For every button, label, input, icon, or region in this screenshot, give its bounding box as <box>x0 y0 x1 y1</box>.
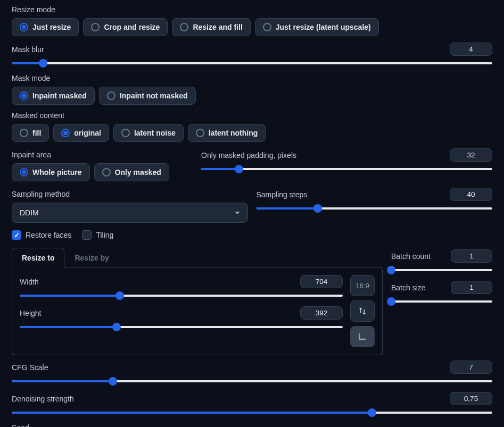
masked-content-label: Masked content <box>12 111 492 120</box>
batch-count-slider[interactable] <box>391 266 492 274</box>
radio-icon <box>180 23 188 31</box>
batch-size-slider[interactable] <box>391 297 492 306</box>
radio-label: Crop and resize <box>104 23 160 31</box>
checkbox-icon <box>82 230 92 240</box>
batch-size-label: Batch size <box>391 283 426 292</box>
checkbox-label: Tiling <box>96 231 113 239</box>
sampling-steps-label: Sampling steps <box>257 190 308 199</box>
inpaint-area-group: Whole picture Only masked <box>12 163 193 181</box>
width-label: Width <box>20 278 39 286</box>
restore-faces-checkbox[interactable]: Restore faces <box>12 230 71 240</box>
checkbox-icon <box>12 230 21 240</box>
resize-tabs: Resize to Resize by <box>12 247 383 267</box>
cfg-scale-value[interactable]: 7 <box>450 361 492 374</box>
inpaint-area-whole-picture[interactable]: Whole picture <box>12 163 90 181</box>
swap-dimensions-button[interactable] <box>350 300 375 322</box>
masked-padding-label: Only masked padding, pixels <box>201 151 296 160</box>
detect-size-button[interactable] <box>350 326 375 347</box>
radio-icon <box>121 129 130 137</box>
width-value[interactable]: 704 <box>300 275 343 288</box>
inpaint-area-label: Inpaint area <box>12 150 193 159</box>
radio-icon <box>263 23 271 31</box>
resize-mode-group: Just resize Crop and resize Resize and f… <box>12 18 492 36</box>
chevron-down-icon <box>235 212 240 214</box>
denoising-slider[interactable] <box>12 408 492 417</box>
batch-count-value[interactable]: 1 <box>451 249 492 263</box>
sampling-method-value: DDIM <box>20 208 39 217</box>
sampling-steps-value[interactable]: 40 <box>450 188 492 201</box>
mask-blur-label: Mask blur <box>12 45 44 54</box>
tab-resize-to[interactable]: Resize to <box>12 248 64 267</box>
radio-label: Resize and fill <box>193 23 242 31</box>
inpaint-area-only-masked[interactable]: Only masked <box>94 163 169 181</box>
height-slider[interactable] <box>20 323 343 331</box>
radio-icon <box>61 129 70 137</box>
resize-mode-crop-and-resize[interactable]: Crop and resize <box>83 18 168 36</box>
denoising-value[interactable]: 0,75 <box>450 392 492 405</box>
sampling-steps-slider[interactable] <box>257 204 493 213</box>
radio-icon <box>107 91 115 100</box>
mask-mode-group: Inpaint masked Inpaint not masked <box>12 87 492 105</box>
radio-label: Inpaint not masked <box>120 91 188 100</box>
cfg-scale-slider[interactable] <box>12 377 492 386</box>
height-value[interactable]: 392 <box>300 306 343 320</box>
seed-label: Seed <box>12 423 492 427</box>
denoising-label: Denoising strength <box>12 395 74 403</box>
radio-label: Just resize <box>32 23 71 31</box>
radio-label: latent nothing <box>209 129 258 137</box>
radio-icon <box>20 129 28 137</box>
radio-icon <box>196 129 204 137</box>
masked-content-latent-noise[interactable]: latent noise <box>113 124 184 142</box>
radio-icon <box>20 23 28 31</box>
masked-content-original[interactable]: original <box>53 124 109 142</box>
radio-icon <box>102 168 111 177</box>
masked-content-fill[interactable]: fill <box>12 124 49 142</box>
swap-icon <box>358 307 367 315</box>
radio-icon <box>20 91 28 100</box>
resize-mode-latent-upscale[interactable]: Just resize (latent upscale) <box>255 18 379 36</box>
mask-mode-inpaint-not-masked[interactable]: Inpaint not masked <box>99 87 196 105</box>
resize-mode-resize-and-fill[interactable]: Resize and fill <box>172 18 250 36</box>
height-label: Height <box>20 309 41 317</box>
batch-size-value[interactable]: 1 <box>451 281 492 294</box>
resize-mode-label: Resize mode <box>12 5 492 14</box>
masked-padding-slider[interactable] <box>201 165 492 173</box>
mask-mode-label: Mask mode <box>12 74 492 82</box>
radio-label: Only masked <box>115 168 161 177</box>
masked-content-latent-nothing[interactable]: latent nothing <box>188 124 266 142</box>
radio-label: Whole picture <box>32 168 82 177</box>
mask-blur-value[interactable]: 4 <box>450 43 492 56</box>
sampling-method-label: Sampling method <box>12 190 248 198</box>
mask-mode-inpaint-masked[interactable]: Inpaint masked <box>12 87 95 105</box>
checkbox-label: Restore faces <box>26 231 71 239</box>
tab-resize-by[interactable]: Resize by <box>64 248 119 267</box>
masked-padding-value[interactable]: 32 <box>450 148 492 162</box>
aspect-ratio-button[interactable]: 16:9 <box>350 275 375 296</box>
ruler-icon <box>358 332 367 341</box>
radio-icon <box>91 23 100 31</box>
resize-mode-just-resize[interactable]: Just resize <box>12 18 79 36</box>
masked-content-group: fill original latent noise latent nothin… <box>12 124 492 142</box>
radio-label: latent noise <box>134 129 176 137</box>
radio-label: Just resize (latent upscale) <box>276 23 371 31</box>
mask-blur-slider[interactable] <box>12 59 492 68</box>
width-slider[interactable] <box>20 291 343 300</box>
tiling-checkbox[interactable]: Tiling <box>82 230 113 240</box>
batch-count-label: Batch count <box>391 252 431 261</box>
cfg-scale-label: CFG Scale <box>12 363 48 372</box>
radio-label: original <box>74 129 101 137</box>
radio-label: fill <box>32 129 41 137</box>
radio-icon <box>20 168 28 177</box>
sampling-method-select[interactable]: DDIM <box>12 203 248 223</box>
radio-label: Inpaint masked <box>32 91 87 100</box>
